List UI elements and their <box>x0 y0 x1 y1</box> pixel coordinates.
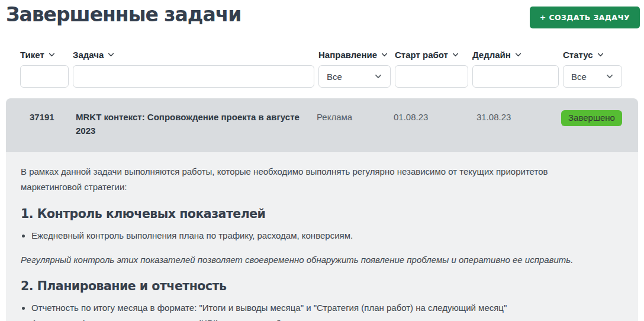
detail-section-heading-1: 1. Контроль ключевых показателей <box>21 207 620 221</box>
chevron-down-icon <box>452 51 459 59</box>
start-date-filter-input[interactable] <box>395 65 468 88</box>
column-header-ticket[interactable]: Тикет <box>20 50 69 60</box>
column-header-label: Старт работ <box>395 50 448 60</box>
direction-filter-value: Все <box>327 72 342 82</box>
detail-section-list-1: Ежедневный контроль выполнения плана по … <box>21 228 620 243</box>
bullet-item: Ежедневный контроль выполнения плана по … <box>31 228 620 243</box>
task-title: MRKT контекст: Сопровождение проекта в а… <box>76 110 317 137</box>
detail-section-list-2: Отчетность по итогу месяца в формате: "И… <box>21 300 620 321</box>
chevron-down-icon <box>606 72 614 81</box>
column-header-status[interactable]: Статус <box>563 50 622 60</box>
create-task-button[interactable]: + СОЗДАТЬ ЗАДАЧУ <box>530 7 640 28</box>
filter-header-row: Тикет Задача Направление Старт работ Дед… <box>20 50 623 60</box>
direction-filter-select[interactable]: Все <box>318 65 391 88</box>
task-direction: Реклама <box>317 110 394 124</box>
chevron-down-icon <box>597 51 604 59</box>
chevron-down-icon <box>374 72 382 81</box>
task-card: 37191 MRKT контекст: Сопровождение проек… <box>6 98 638 321</box>
status-badge: Завершено <box>561 110 622 126</box>
task-ticket: 37191 <box>24 110 76 124</box>
task-detail-panel: В рамках данной задачи выполняются работ… <box>6 152 638 321</box>
filters-section: Тикет Задача Направление Старт работ Дед… <box>20 50 623 88</box>
chevron-down-icon <box>514 51 522 59</box>
column-header-start-date[interactable]: Старт работ <box>395 50 468 60</box>
status-filter-value: Все <box>571 72 587 82</box>
chevron-down-icon <box>381 51 388 59</box>
task-deadline: 31.08.23 <box>476 110 561 124</box>
completed-tasks-page: Завершенные задачи + СОЗДАТЬ ЗАДАЧУ Тике… <box>0 0 644 321</box>
column-header-direction[interactable]: Направление <box>318 50 391 60</box>
page-title: Завершенные задачи <box>6 3 241 27</box>
detail-intro-text: В рамках данной задачи выполняются работ… <box>21 164 583 195</box>
column-header-label: Дедлайн <box>472 50 511 60</box>
chevron-down-icon <box>107 51 115 59</box>
bullet-item: Аналитика, формирование медиаплана (KPI)… <box>31 316 620 321</box>
column-header-task[interactable]: Задача <box>73 50 314 60</box>
detail-section-note-1: Регулярный контроль этих показателей поз… <box>21 253 620 267</box>
status-filter-select[interactable]: Все <box>563 65 622 88</box>
column-header-label: Задача <box>73 50 104 60</box>
task-start-date: 01.08.23 <box>394 110 476 124</box>
task-filter-input[interactable] <box>73 65 314 88</box>
deadline-filter-input[interactable] <box>472 65 559 88</box>
column-header-label: Направление <box>318 50 377 60</box>
ticket-filter-input[interactable] <box>20 65 69 88</box>
topbar: Завершенные задачи + СОЗДАТЬ ЗАДАЧУ <box>0 0 644 28</box>
detail-section-heading-2: 2. Планирование и отчетность <box>21 279 620 293</box>
chevron-down-icon <box>48 51 56 59</box>
filter-inputs-row: Все Все <box>20 65 623 88</box>
column-header-label: Статус <box>563 50 593 60</box>
bullet-item: Отчетность по итогу месяца в формате: "И… <box>31 300 620 316</box>
column-header-label: Тикет <box>20 50 44 60</box>
task-row[interactable]: 37191 MRKT контекст: Сопровождение проек… <box>6 98 638 152</box>
column-header-deadline[interactable]: Дедлайн <box>472 50 559 60</box>
